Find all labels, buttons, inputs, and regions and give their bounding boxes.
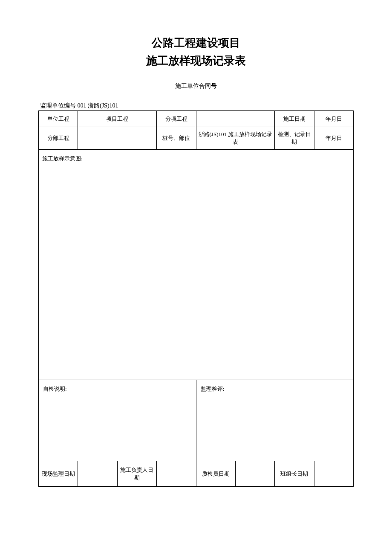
- pile-label: 桩号、部位: [157, 127, 196, 150]
- division-value: [78, 127, 157, 150]
- supervisor-number-line: 监理单位编号 001 浙路(JS)101: [38, 102, 354, 110]
- header-row-1: 单位工程 项目工程 分项工程 施工日期 年月日: [39, 111, 354, 127]
- contract-number-line: 施工单位合同号: [38, 82, 354, 90]
- site-supervisor-value: [78, 461, 117, 487]
- inspect-date-value: 年月日: [314, 127, 353, 150]
- record-table: 单位工程 项目工程 分项工程 施工日期 年月日 分部工程 桩号、部位 浙路(JS…: [38, 110, 354, 487]
- pile-value: 浙路(JS)101 施工放样现场记录表: [196, 127, 275, 150]
- inspect-date-label: 检测、记录日期: [275, 127, 314, 150]
- review-row: 自检说明: 监理检评:: [39, 380, 354, 461]
- site-supervisor-label: 现场监理日期: [39, 461, 78, 487]
- title-line-1: 公路工程建设项目: [38, 34, 354, 52]
- sub-item-value: [196, 111, 275, 127]
- sub-item-label: 分项工程: [157, 111, 196, 127]
- qc-label: 质检员日期: [196, 461, 235, 487]
- construct-date-value: 年月日: [314, 111, 353, 127]
- diagram-row: 施工放样示意图:: [39, 150, 354, 380]
- self-check-cell: 自检说明:: [39, 380, 196, 461]
- construction-manager-label: 施工负责人日期: [117, 461, 156, 487]
- team-leader-label: 班组长日期: [275, 461, 314, 487]
- qc-value: [235, 461, 274, 487]
- diagram-cell: 施工放样示意图:: [39, 150, 354, 380]
- division-label: 分部工程: [39, 127, 78, 150]
- header-row-2: 分部工程 桩号、部位 浙路(JS)101 施工放样现场记录表 检测、记录日期 年…: [39, 127, 354, 150]
- project-label: 项目工程: [78, 111, 157, 127]
- construct-date-label: 施工日期: [275, 111, 314, 127]
- construction-manager-value: [157, 461, 196, 487]
- title-block: 公路工程建设项目 施工放样现场记录表: [38, 34, 354, 70]
- title-line-2: 施工放样现场记录表: [38, 52, 354, 70]
- team-leader-value: [314, 461, 353, 487]
- unit-project-label: 单位工程: [39, 111, 78, 127]
- supervisor-review-cell: 监理检评:: [196, 380, 354, 461]
- signature-row: 现场监理日期 施工负责人日期 质检员日期 班组长日期: [39, 461, 354, 487]
